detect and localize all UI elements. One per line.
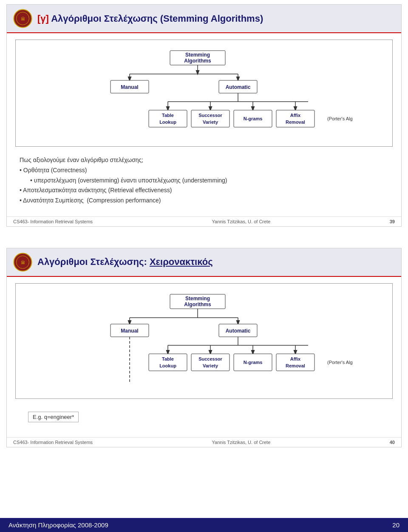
svg-text:Table: Table xyxy=(162,113,174,118)
svg-text:Automatic: Automatic xyxy=(226,84,251,90)
slide-1-title: [γ] Αλγόριθμοι Στελέχωσης (Stemming Algo… xyxy=(37,13,263,24)
svg-text:Variety: Variety xyxy=(203,119,218,125)
svg-text:Manual: Manual xyxy=(121,84,138,90)
footer-left-1: CS463- Information Retrieval Systems xyxy=(13,219,93,224)
svg-text:N-grams: N-grams xyxy=(244,116,263,121)
svg-text:Variety: Variety xyxy=(203,363,218,368)
example-box: E.g. q=engineer* xyxy=(28,412,79,422)
svg-text:Lookup: Lookup xyxy=(159,363,176,368)
svg-text:Lookup: Lookup xyxy=(159,119,176,125)
footer-center-1: Yannis Tzitzikas, U. of Crete xyxy=(212,219,271,224)
bottom-bar: Ανάκτηση Πληροφορίας 2008-2009 20 xyxy=(0,518,408,532)
diagram-svg-1: Stemming Algorithms Manual Automatic xyxy=(55,46,353,140)
slide-1-footer: CS463- Information Retrieval Systems Yan… xyxy=(7,216,401,226)
footer-right-2: 40 xyxy=(390,440,395,445)
slide-2-footer: CS463- Information Retrieval Systems Yan… xyxy=(7,437,401,447)
svg-text:Removal: Removal xyxy=(286,363,305,368)
slide-1-header: 🏛 [γ] Αλγόριθμοι Στελέχωσης (Stemming Al… xyxy=(7,5,401,33)
bottom-bar-right: 20 xyxy=(392,521,400,529)
bullet-1: • Ορθότητα (Correctness) xyxy=(20,165,388,176)
svg-text:Affix: Affix xyxy=(290,113,301,118)
slide-2-diagram: Stemming Algorithms Manual Automatic xyxy=(15,283,393,399)
diagram-svg-2: Stemming Algorithms Manual Automatic xyxy=(55,290,353,392)
svg-text:Stemming: Stemming xyxy=(185,296,210,302)
slide-1-body: Stemming Algorithms Manual Automatic xyxy=(7,33,401,212)
slide-2-body: Stemming Algorithms Manual Automatic xyxy=(7,277,401,433)
svg-text:🏛: 🏛 xyxy=(21,17,25,21)
svg-text:🏛: 🏛 xyxy=(21,260,25,265)
slide-2-title: Αλγόριθμοι Στελέχωσης: Χειρονακτικός xyxy=(37,256,213,267)
example-section: E.g. q=engineer* xyxy=(15,405,393,429)
slide-1-diagram: Stemming Algorithms Manual Automatic xyxy=(15,40,393,147)
svg-text:Algorithms: Algorithms xyxy=(184,302,211,307)
bullet-3: • Αποτελεσματικότητα ανάκτησης (Retrieva… xyxy=(20,185,388,196)
svg-text:Successor: Successor xyxy=(198,356,222,361)
svg-text:(Porter's Alg): (Porter's Alg) xyxy=(327,360,353,365)
svg-text:Algorithms: Algorithms xyxy=(184,58,211,64)
svg-text:Automatic: Automatic xyxy=(226,328,251,334)
bullet-0: Πως αξιολογούμε έναν αλγόριθμο στελέχωση… xyxy=(20,155,388,165)
bottom-bar-left: Ανάκτηση Πληροφορίας 2008-2009 xyxy=(8,521,108,529)
svg-text:Affix: Affix xyxy=(290,356,301,361)
svg-text:N-grams: N-grams xyxy=(244,360,263,365)
svg-text:Manual: Manual xyxy=(121,328,138,334)
bullet-2: • υπερστελέχωση (overstemming) έναντι υπ… xyxy=(30,176,388,186)
footer-center-2: Yannis Tzitzikas, U. of Crete xyxy=(212,440,271,445)
footer-left-2: CS463- Information Retrieval Systems xyxy=(13,440,93,445)
logo-icon: 🏛 xyxy=(13,9,32,28)
slide-1-text: Πως αξιολογούμε έναν αλγόριθμο στελέχωση… xyxy=(15,153,393,208)
footer-right-1: 39 xyxy=(390,219,395,224)
slide-1: 🏛 [γ] Αλγόριθμοι Στελέχωσης (Stemming Al… xyxy=(6,4,402,227)
svg-text:(Porter's Alg): (Porter's Alg) xyxy=(327,116,353,121)
slide-2: 🏛 Αλγόριθμοι Στελέχωσης: Χειρονακτικός S… xyxy=(6,248,402,447)
svg-text:Table: Table xyxy=(162,356,174,361)
bullet-4: • Δυνατότητα Συμπίεσης (Compression perf… xyxy=(20,196,388,206)
svg-text:Removal: Removal xyxy=(286,119,305,125)
slide-2-header: 🏛 Αλγόριθμοι Στελέχωσης: Χειρονακτικός xyxy=(7,248,401,277)
svg-text:Successor: Successor xyxy=(198,113,222,118)
svg-text:Stemming: Stemming xyxy=(185,52,210,58)
logo-icon-2: 🏛 xyxy=(13,253,32,272)
